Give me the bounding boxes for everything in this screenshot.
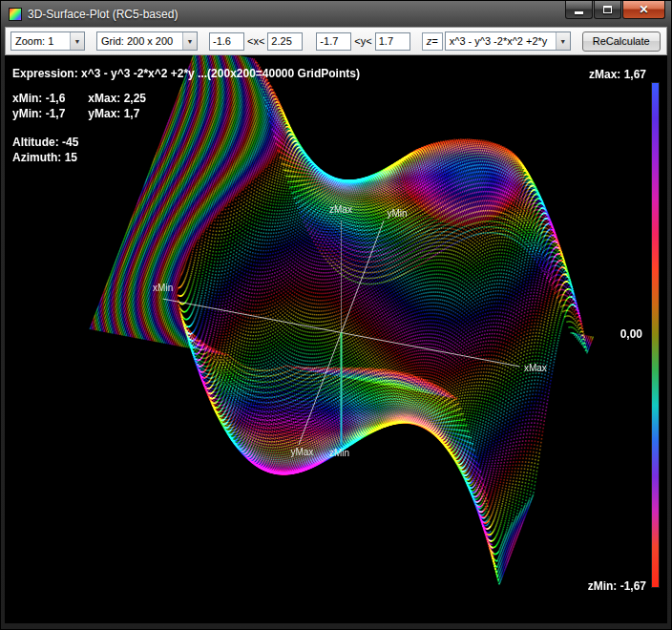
- maximize-button[interactable]: [594, 1, 621, 19]
- chevron-down-icon: ▼: [70, 32, 84, 50]
- x-range-label: <x<: [247, 35, 264, 47]
- app-window: 3D-Surface-Plot (RC5-based) ✕ Zoom: 1 ▼ …: [0, 0, 672, 630]
- zoom-select-value: Zoom: 1: [11, 35, 70, 47]
- maximize-icon: [603, 6, 612, 13]
- ymax-info: yMax: 1,7: [88, 107, 139, 120]
- grid-select-value: Grid: 200 x 200: [97, 35, 182, 47]
- surface-plot-canvas[interactable]: [5, 55, 667, 623]
- zmin-value-label: zMin: -1,67: [588, 579, 646, 593]
- y-min-input[interactable]: [316, 32, 351, 51]
- app-icon: [9, 8, 22, 21]
- axis-label-xmax: xMax: [524, 363, 547, 373]
- caption-buttons: ✕: [564, 1, 665, 19]
- titlebar[interactable]: 3D-Surface-Plot (RC5-based) ✕: [5, 1, 667, 27]
- expression-header: Expression: x^3 - y^3 -2*x^2 +2*y ...(20…: [12, 67, 360, 80]
- x-max-input[interactable]: [267, 32, 303, 51]
- y-range-label: <y<: [354, 35, 371, 47]
- recalculate-button[interactable]: ReCalculate: [582, 32, 661, 52]
- ymin-info: yMin: -1,7: [12, 107, 85, 120]
- chevron-down-icon: ▼: [556, 32, 570, 50]
- x-min-input[interactable]: [209, 32, 244, 51]
- azimuth-info: Azimuth: 15: [12, 151, 77, 164]
- expression-select[interactable]: x^3 - y^3 -2*x^2 +2*y ▼: [445, 32, 571, 51]
- window-title: 3D-Surface-Plot (RC5-based): [28, 8, 178, 21]
- zmax-value-label: zMax: 1,67: [589, 68, 646, 81]
- plot-area: Expression: x^3 - y^3 -2*x^2 +2*y ...(20…: [5, 55, 667, 623]
- x-range-info: xMin: -1,6 xMax: 2,25: [12, 92, 146, 105]
- axis-label-ymax: yMax: [290, 447, 313, 457]
- close-button[interactable]: ✕: [622, 1, 665, 19]
- grid-select[interactable]: Grid: 200 x 200 ▼: [96, 32, 198, 51]
- minimize-button[interactable]: [565, 1, 593, 19]
- chevron-down-icon: ▼: [182, 32, 197, 50]
- expression-select-value: x^3 - y^3 -2*x^2 +2*y: [446, 35, 556, 47]
- minimize-icon: [575, 11, 583, 14]
- y-max-input[interactable]: [375, 32, 410, 51]
- axis-label-ymin: yMin: [388, 208, 408, 219]
- colorbar: [651, 82, 660, 588]
- close-icon: ✕: [639, 4, 648, 15]
- altitude-info: Altitude: -45: [12, 136, 78, 149]
- axis-label-xmin: xMin: [153, 283, 173, 293]
- zoom-select[interactable]: Zoom: 1 ▼: [10, 32, 85, 51]
- z-equals-label: z=: [422, 32, 443, 51]
- xmin-info: xMin: -1,6: [12, 92, 85, 105]
- toolbar: Zoom: 1 ▼ Grid: 200 x 200 ▼ <x< <y< z= x…: [5, 27, 667, 55]
- xmax-info: xMax: 2,25: [88, 92, 146, 105]
- y-range-info: yMin: -1,7 yMax: 1,7: [12, 107, 139, 120]
- zmid-value-label: 0,00: [620, 327, 642, 341]
- axis-label-zmin: zMin: [329, 448, 349, 458]
- axis-label-zmax: zMax: [329, 204, 352, 215]
